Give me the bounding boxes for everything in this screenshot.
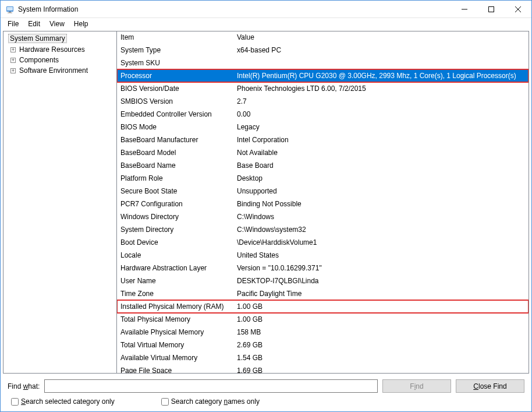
row-value: Binding Not Possible [233,198,529,210]
list-row[interactable]: Time ZonePacific Daylight Time [117,287,529,300]
row-item: Total Physical Memory [117,313,233,326]
row-item: BIOS Mode [117,121,233,133]
tree-item-software-environment[interactable]: + Software Environment [3,65,116,76]
list-row[interactable]: User NameDESKTOP-I7QLBGI\Linda [117,274,529,287]
menu-view[interactable]: View [45,19,69,29]
window-title: System Information [18,5,451,13]
expand-icon[interactable]: + [10,47,16,52]
list-header[interactable]: Item Value [117,31,529,44]
checkbox-input[interactable] [161,398,169,406]
list-row[interactable]: BIOS Version/DatePhoenix Technologies LT… [117,82,529,95]
row-item: Hardware Abstraction Layer [117,262,233,274]
tree-item-hardware-resources[interactable]: + Hardware Resources [3,44,116,55]
list-row[interactable]: Total Virtual Memory2.69 GB [117,339,529,351]
row-item: BaseBoard Manufacturer [117,133,233,146]
list-row[interactable]: Boot Device\Device\HarddiskVolume1 [117,236,529,249]
list-row[interactable]: Hardware Abstraction LayerVersion = "10.… [117,262,529,274]
tree-item-components[interactable]: + Components [3,55,116,65]
row-item: Available Virtual Memory [117,351,233,364]
expand-icon[interactable]: + [10,68,16,73]
list-row[interactable]: Secure Boot StateUnsupported [117,185,529,198]
list-row[interactable]: Total Physical Memory1.00 GB [117,313,529,326]
list-row[interactable]: BIOS ModeLegacy [117,121,529,133]
menubar: File Edit View Help [1,18,531,30]
row-value: C:\Windows [233,210,529,223]
details-panel: Item Value System Typex64-based PCSystem… [117,31,529,373]
minimize-button[interactable] [451,1,478,18]
list-row[interactable]: System DirectoryC:\Windows\system32 [117,223,529,236]
tree-label: System Summary [8,34,67,43]
list-row[interactable]: Installed Physical Memory (RAM)1.00 GB [117,300,529,313]
row-item: System Directory [117,223,233,236]
titlebar: System Information [1,1,531,18]
list-row[interactable]: LocaleUnited States [117,249,529,262]
row-value: Intel Corporation [233,133,529,146]
row-item: Locale [117,249,233,262]
list-row[interactable]: Available Physical Memory158 MB [117,326,529,339]
row-item: Secure Boot State [117,185,233,198]
row-item: PCR7 Configuration [117,198,233,210]
column-header-item[interactable]: Item [117,31,233,43]
column-header-value[interactable]: Value [233,31,529,43]
close-button[interactable] [505,1,531,18]
list-row[interactable]: Page File Space1.69 GB [117,364,529,373]
tree-item-system-summary[interactable]: System Summary [3,33,116,44]
row-item: System SKU [117,57,233,69]
row-value: Pacific Daylight Time [233,287,529,300]
category-tree[interactable]: System Summary + Hardware Resources + Co… [3,31,117,373]
checkbox-label: Search selected category only [21,397,115,406]
list-row[interactable]: BaseBoard ModelNot Available [117,146,529,159]
list-row[interactable]: Available Virtual Memory1.54 GB [117,351,529,364]
close-find-button[interactable]: Close Find [456,379,524,393]
list-row[interactable]: BaseBoard ManufacturerIntel Corporation [117,133,529,146]
list-row[interactable]: System SKU [117,57,529,69]
row-item: System Type [117,44,233,57]
row-value: 1.54 GB [233,351,529,364]
expand-icon[interactable]: + [10,58,16,63]
svg-rect-1 [7,7,13,10]
row-value: 2.7 [233,95,529,108]
row-item: Total Virtual Memory [117,339,233,351]
list-row[interactable]: ProcessorIntel(R) Pentium(R) CPU G2030 @… [117,69,529,82]
row-value: Intel(R) Pentium(R) CPU G2030 @ 3.00GHz,… [233,69,529,82]
list-row[interactable]: Embedded Controller Version0.00 [117,108,529,121]
search-selected-category-checkbox[interactable]: Search selected category only [11,397,115,406]
menu-help[interactable]: Help [69,19,93,29]
tree-label: Software Environment [18,66,89,75]
checkbox-input[interactable] [11,398,19,406]
row-value: 1.00 GB [233,300,529,313]
row-item: Installed Physical Memory (RAM) [117,300,233,313]
main-content: System Summary + Hardware Resources + Co… [3,31,529,374]
svg-rect-2 [9,12,11,13]
list-row[interactable]: Platform RoleDesktop [117,172,529,185]
find-button[interactable]: Find [382,379,451,393]
row-value: DESKTOP-I7QLBGI\Linda [233,274,529,287]
maximize-button[interactable] [478,1,505,18]
row-value: Not Available [233,146,529,159]
list-row[interactable]: BaseBoard NameBase Board [117,159,529,172]
row-value: Base Board [233,159,529,172]
row-item: Boot Device [117,236,233,249]
row-value: United States [233,249,529,262]
find-bar: Find what: Find Close Find Search select… [1,375,531,411]
row-item: User Name [117,274,233,287]
row-value [233,57,529,69]
list-row[interactable]: PCR7 ConfigurationBinding Not Possible [117,198,529,210]
row-value: 2.69 GB [233,339,529,351]
tree-label: Components [18,56,60,64]
details-list[interactable]: Item Value System Typex64-based PCSystem… [117,31,529,373]
menu-edit[interactable]: Edit [23,19,45,29]
list-row[interactable]: SMBIOS Version2.7 [117,95,529,108]
list-row[interactable]: System Typex64-based PC [117,44,529,57]
row-value: Unsupported [233,185,529,198]
row-item: BaseBoard Model [117,146,233,159]
search-category-names-checkbox[interactable]: Search category names only [161,397,260,406]
row-item: Page File Space [117,364,233,373]
row-value: Legacy [233,121,529,133]
menu-file[interactable]: File [3,19,23,29]
app-icon [5,5,15,14]
tree-label: Hardware Resources [18,45,86,54]
list-row[interactable]: Windows DirectoryC:\Windows [117,210,529,223]
row-value: Phoenix Technologies LTD 6.00, 7/2/2015 [233,82,529,95]
find-input[interactable] [44,379,378,393]
